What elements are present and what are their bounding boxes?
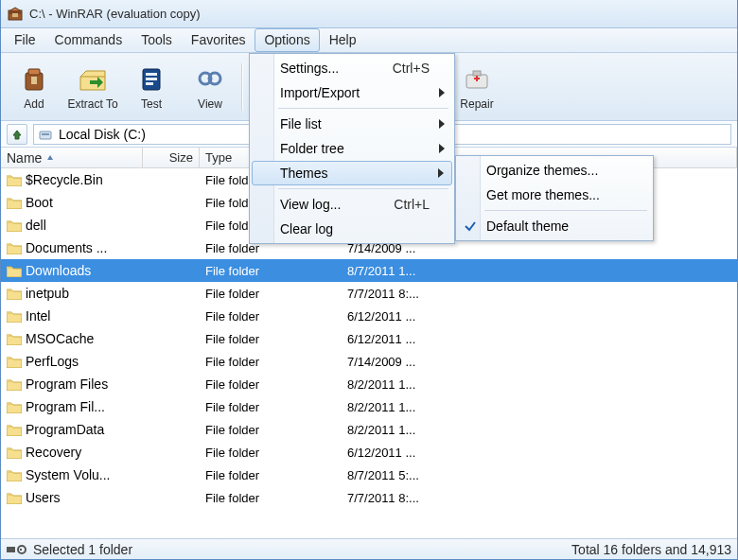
folder-icon: [7, 310, 22, 323]
table-row[interactable]: PerfLogsFile folder7/14/2009 ...: [1, 350, 737, 373]
drive-icon: [38, 127, 53, 142]
folder-icon: [7, 401, 22, 413]
svg-rect-4: [28, 69, 40, 75]
folder-icon: [7, 356, 22, 368]
cell-modified: 8/2/2011 1...: [342, 400, 737, 414]
cell-type: File folder: [200, 309, 342, 324]
submenu-arrow-icon: [438, 168, 444, 178]
submenu-arrow-icon: [439, 144, 445, 153]
menu-organize-themes[interactable]: Organize themes...: [458, 158, 651, 183]
menu-clear-log[interactable]: Clear log: [252, 217, 452, 241]
folder-icon: [7, 333, 22, 345]
add-button[interactable]: Add: [7, 58, 62, 116]
statusbar: Selected 1 folder Total 16 folders and 1…: [1, 538, 737, 559]
cell-name: MSOCache: [1, 331, 143, 346]
menu-default-theme[interactable]: Default theme: [458, 214, 651, 238]
status-right: Total 16 folders and 14,913: [571, 542, 731, 557]
cell-modified: 6/12/2011 ...: [342, 446, 737, 460]
cell-modified: 7/7/2011 8:...: [342, 491, 737, 505]
menu-settings[interactable]: Settings...Ctrl+S: [252, 56, 452, 80]
table-row[interactable]: IntelFile folder6/12/2011 ...: [1, 305, 737, 327]
cell-type: File folder: [200, 377, 342, 392]
svg-rect-15: [476, 76, 478, 81]
svg-rect-8: [146, 78, 157, 80]
table-row[interactable]: UsersFile folder7/7/2011 8:...: [1, 486, 737, 509]
table-row[interactable]: RecoveryFile folder6/12/2011 ...: [1, 441, 737, 464]
svg-rect-13: [473, 71, 481, 76]
cell-modified: 6/12/2011 ...: [342, 309, 737, 324]
menu-options[interactable]: Options: [255, 28, 319, 52]
submenu-arrow-icon: [439, 88, 445, 97]
cell-type: File folder: [200, 332, 342, 346]
extract-to-button[interactable]: Extract To: [65, 58, 120, 116]
cell-name: Documents ...: [1, 240, 143, 255]
sort-asc-icon: [45, 153, 55, 163]
path-label: Local Disk (C:): [59, 127, 146, 142]
status-left: Selected 1 folder: [33, 542, 132, 557]
options-dropdown: Settings...Ctrl+S Import/Export File lis…: [249, 53, 455, 244]
up-arrow-icon: [10, 128, 24, 141]
menu-get-more-themes[interactable]: Get more themes...: [458, 183, 651, 207]
cell-type: File folder: [200, 264, 342, 278]
col-name[interactable]: Name: [1, 148, 143, 167]
menu-tools[interactable]: Tools: [132, 28, 182, 52]
svg-rect-18: [7, 547, 15, 552]
view-button[interactable]: View: [183, 58, 237, 116]
cell-name: System Volu...: [1, 467, 143, 482]
up-folder-button[interactable]: [7, 124, 27, 145]
cell-name: Boot: [1, 195, 143, 210]
table-row[interactable]: inetpubFile folder7/7/2011 8:...: [1, 282, 737, 305]
menu-themes[interactable]: Themes: [252, 161, 452, 185]
submenu-arrow-icon: [439, 119, 445, 129]
table-row[interactable]: DownloadsFile folder8/7/2011 1...: [1, 259, 737, 282]
menu-file-list[interactable]: File list: [252, 112, 452, 136]
check-icon: [464, 219, 477, 233]
test-button[interactable]: Test: [124, 58, 179, 116]
table-row[interactable]: ProgramDataFile folder8/2/2011 1...: [1, 418, 737, 441]
extract-to-icon: [77, 63, 109, 96]
folder-icon: [7, 174, 22, 186]
cell-type: File folder: [200, 400, 342, 414]
col-size[interactable]: Size: [143, 148, 200, 167]
menu-separator: [278, 188, 448, 189]
svg-rect-7: [146, 73, 157, 76]
folder-icon: [7, 446, 22, 459]
cell-name: Intel: [1, 308, 143, 324]
cell-modified: 8/7/2011 5:...: [342, 468, 737, 482]
folder-icon: [7, 219, 22, 232]
test-icon: [135, 63, 167, 96]
svg-rect-5: [31, 77, 37, 84]
folder-icon: [7, 492, 22, 504]
menu-commands[interactable]: Commands: [45, 28, 132, 52]
cell-modified: 7/7/2011 8:...: [342, 287, 737, 301]
repair-button[interactable]: Repair: [449, 58, 504, 116]
cell-name: Users: [1, 490, 143, 505]
menu-folder-tree[interactable]: Folder tree: [252, 136, 452, 161]
table-row[interactable]: System Volu...File folder8/7/2011 5:...: [1, 464, 737, 486]
cell-type: File folder: [200, 446, 342, 460]
table-row[interactable]: MSOCacheFile folder6/12/2011 ...: [1, 327, 737, 350]
menu-file[interactable]: File: [5, 28, 45, 52]
cell-name: PerfLogs: [1, 354, 143, 369]
svg-rect-2: [12, 13, 18, 17]
svg-rect-9: [146, 82, 153, 85]
menu-import-export[interactable]: Import/Export: [252, 80, 452, 105]
cell-type: File folder: [200, 491, 342, 505]
cell-type: File folder: [200, 423, 342, 437]
winrar-app-icon: [7, 6, 24, 23]
menu-help[interactable]: Help: [320, 28, 366, 52]
window-title: C:\ - WinRAR (evaluation copy): [29, 7, 201, 21]
folder-icon: [7, 265, 22, 277]
themes-submenu: Organize themes... Get more themes... De…: [455, 155, 654, 241]
folder-icon: [7, 424, 22, 436]
menu-favorites[interactable]: Favorites: [182, 28, 255, 52]
menu-separator: [484, 210, 647, 211]
table-row[interactable]: Program FilesFile folder8/2/2011 1...: [1, 373, 737, 395]
folder-icon: [7, 242, 22, 254]
table-row[interactable]: Program Fil...File folder8/2/2011 1...: [1, 395, 737, 418]
menu-view-log[interactable]: View log...Ctrl+L: [252, 192, 452, 217]
cell-modified: 8/7/2011 1...: [342, 264, 737, 278]
cell-name: Program Fil...: [1, 399, 143, 414]
cell-type: File folder: [200, 287, 342, 301]
view-icon: [194, 63, 226, 96]
